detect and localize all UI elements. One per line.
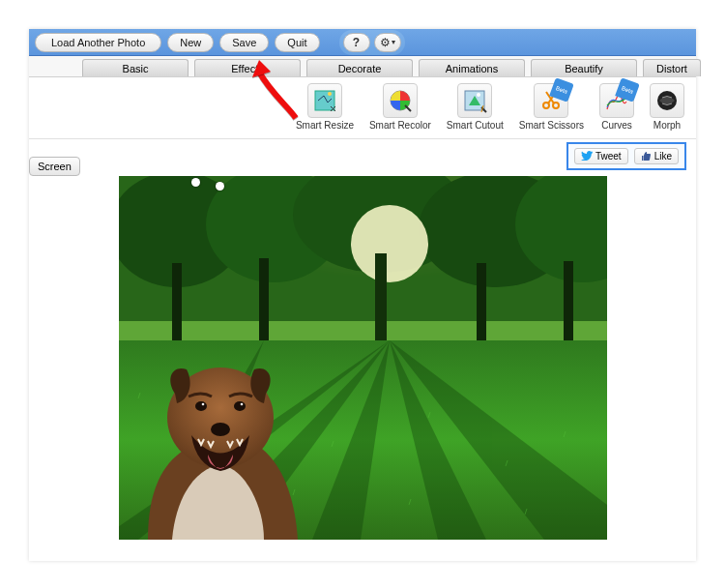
svg-point-23 — [211, 423, 230, 436]
settings-button[interactable]: ▾ — [374, 33, 401, 52]
social-buttons: Tweet Like — [566, 142, 686, 170]
load-another-photo-button[interactable]: Load Another Photo — [35, 33, 161, 52]
photo-editor-window: Load Another Photo New Save Quit ? ▾ Bas… — [29, 29, 696, 561]
tool-label: Curves — [601, 120, 632, 131]
tool-smart-recolor[interactable]: Smart Recolor — [369, 83, 431, 134]
tab-distort[interactable]: Distort — [643, 59, 701, 76]
tweet-button[interactable]: Tweet — [574, 148, 628, 164]
svg-point-15 — [351, 205, 428, 282]
selection-handle[interactable] — [216, 182, 224, 191]
composite-image — [119, 176, 607, 540]
like-label: Like — [654, 151, 672, 162]
top-toolbar: Load Another Photo New Save Quit ? ▾ — [29, 29, 696, 56]
help-settings-group: ? ▾ — [339, 30, 405, 55]
svg-point-27 — [240, 403, 243, 406]
tool-smart-cutout[interactable]: Smart Cutout — [447, 83, 504, 134]
save-button[interactable]: Save — [219, 33, 269, 52]
morph-icon — [650, 83, 684, 118]
tab-animations[interactable]: Animations — [419, 59, 525, 76]
svg-point-24 — [195, 401, 207, 411]
tool-strip: Smart Resize Smart Recolor Smart Cutout … — [29, 77, 696, 139]
category-tabs: Basic Effects Decorate Animations Beauti… — [29, 56, 696, 77]
sub-bar: Tweet Like — [29, 139, 696, 172]
smart-scissors-icon: Beta — [534, 83, 568, 118]
tool-label: Smart Recolor — [369, 120, 431, 131]
quit-button[interactable]: Quit — [275, 33, 319, 52]
chevron-down-icon: ▾ — [392, 38, 395, 46]
thumbs-up-icon — [641, 151, 652, 162]
tool-curves[interactable]: Beta Curves — [599, 83, 634, 134]
twitter-icon — [581, 151, 593, 161]
like-button[interactable]: Like — [634, 148, 679, 164]
svg-point-4 — [477, 93, 480, 97]
svg-point-1 — [328, 92, 332, 96]
tab-effects[interactable]: Effects — [194, 59, 301, 76]
tool-label: Smart Resize — [296, 120, 354, 131]
tab-basic[interactable]: Basic — [82, 59, 189, 76]
tweet-label: Tweet — [595, 151, 622, 162]
tool-smart-resize[interactable]: Smart Resize — [296, 83, 354, 134]
tool-label: Smart Cutout — [447, 120, 504, 131]
smart-resize-icon — [307, 83, 342, 118]
curves-icon: Beta — [599, 83, 634, 118]
selection-handle[interactable] — [191, 178, 200, 187]
tool-label: Smart Scissors — [519, 120, 584, 131]
help-button[interactable]: ? — [343, 33, 370, 52]
svg-point-26 — [201, 403, 204, 406]
gear-icon — [380, 36, 391, 49]
new-button[interactable]: New — [167, 33, 214, 52]
svg-point-25 — [234, 401, 246, 411]
tab-decorate[interactable]: Decorate — [306, 59, 413, 76]
canvas-area — [29, 172, 696, 559]
smart-recolor-icon — [383, 83, 418, 118]
smart-cutout-icon — [457, 83, 492, 118]
tool-morph[interactable]: Morph — [650, 83, 684, 134]
tool-smart-scissors[interactable]: Beta Smart Scissors — [519, 83, 584, 134]
tab-beautify[interactable]: Beautify — [531, 59, 637, 76]
tool-label: Morph — [653, 120, 681, 131]
image-canvas[interactable] — [119, 176, 607, 540]
